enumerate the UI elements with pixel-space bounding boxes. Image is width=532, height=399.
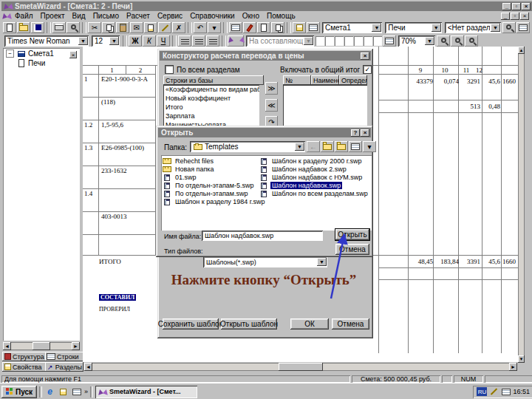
tree-hscrollbar[interactable]: ◄ ► [3, 342, 80, 350]
list-item[interactable]: «Коэффициенты по видам работ» [163, 85, 259, 94]
file-item[interactable]: Шаблон надбавок 2.swp [259, 166, 367, 173]
file-item[interactable]: По отдельн-этапам.swp [163, 190, 259, 197]
separator[interactable] [188, 22, 192, 33]
save-template-button[interactable]: Сохранить шаблон [163, 318, 219, 330]
constructor-title-bar[interactable]: Конструктор расчета перевода в цены × [160, 51, 371, 61]
separator[interactable] [287, 22, 291, 33]
filename-input[interactable] [202, 231, 323, 241]
smeta-row[interactable]: 1Е20-1-900-0-3-А [83, 74, 155, 97]
file-list[interactable]: Rehecht filesНовая папка01.swpПо отдельн… [161, 155, 372, 231]
doc-close-icon[interactable]: × [520, 13, 529, 20]
components-combo[interactable]: На составляющие ▼ [246, 35, 314, 47]
align-center-icon[interactable] [192, 35, 205, 47]
print-preview-icon[interactable] [66, 22, 80, 33]
chevron-down-icon[interactable]: ▼ [425, 37, 434, 45]
open-template-button[interactable]: Открыть шаблон [221, 318, 277, 330]
scroll-left-icon[interactable]: ◄ [84, 363, 92, 371]
column-header[interactable]: № [283, 75, 311, 85]
subsection-combo[interactable]: <Нет раздела> ▼ [445, 22, 501, 33]
close-icon[interactable]: × [361, 52, 369, 60]
smeta-row[interactable]: 403-0013 [83, 211, 155, 234]
quick-launch-icon[interactable] [58, 386, 69, 398]
refresh-icon[interactable] [516, 22, 530, 33]
copy-structure-icon[interactable] [271, 22, 284, 33]
copy-icon[interactable] [102, 22, 115, 33]
doc-minimize-icon[interactable]: _ [501, 13, 510, 20]
close-icon[interactable]: × [522, 3, 531, 10]
move-left-icon[interactable]: ≪ [265, 99, 278, 112]
undo-dropdown-icon[interactable]: ▾ [208, 22, 221, 33]
file-item[interactable]: Rehecht files [163, 157, 259, 165]
font-combo[interactable]: Times New Roman ▼ [4, 35, 89, 47]
file-item[interactable]: Новая папка [163, 166, 259, 173]
separator[interactable] [82, 22, 86, 33]
grid-icon[interactable] [307, 22, 320, 33]
chevron-down-icon[interactable]: ▼ [491, 24, 500, 32]
collapse-icon[interactable]: − [6, 50, 14, 58]
language-indicator[interactable]: RU [477, 387, 487, 396]
separator[interactable] [47, 22, 51, 33]
tab-sections[interactable]: Разделы [45, 362, 83, 372]
cancel-button[interactable]: Отмена [332, 318, 369, 330]
menu-item[interactable]: Сервис [154, 11, 186, 21]
tab-rows[interactable]: Строки [45, 352, 83, 361]
report-icon[interactable] [257, 22, 270, 33]
base-rows-header[interactable]: Строки из базы [163, 75, 264, 85]
font-size-combo[interactable]: 12 ▼ [92, 35, 120, 47]
menu-item[interactable]: Помощь [263, 11, 299, 21]
menu-item[interactable]: Письмо [89, 11, 123, 21]
tree-item-pechi[interactable]: Печи [3, 58, 80, 67]
italic-button[interactable]: К [143, 35, 156, 47]
quick-launch-more[interactable]: » [84, 388, 88, 395]
doc-restore-icon[interactable]: ▫ [511, 13, 519, 20]
align-left-icon[interactable] [178, 35, 191, 47]
move-right-icon[interactable]: ≫ [265, 82, 278, 95]
maximize-icon[interactable]: ▫ [512, 3, 521, 10]
print-icon[interactable] [52, 22, 66, 33]
filetype-combo[interactable]: Шаблоны(*.swp) ▼ [203, 256, 327, 267]
file-item[interactable]: Шаблон к разделу 2000 г.swp [259, 157, 367, 165]
menu-item[interactable]: Вид [69, 11, 89, 21]
ie-icon[interactable]: e [44, 386, 55, 398]
folder-combo[interactable]: Templates ▼ [190, 141, 305, 152]
zoom-out-icon[interactable] [451, 35, 464, 47]
include-total-checkbox[interactable]: Включать в общий итог ✓ [280, 65, 372, 74]
table-icon[interactable] [229, 22, 242, 33]
smeta-row[interactable]: 1.3Е26-0985-(100) [83, 143, 155, 166]
back-icon[interactable]: ← [307, 141, 320, 152]
tab-structure[interactable]: Структура [2, 352, 47, 361]
file-item[interactable]: 01.swp [163, 174, 259, 181]
file-item[interactable]: Шаблон к разделу 1984 г.swp [163, 198, 259, 205]
smeta-row[interactable]: 1.4 [83, 188, 155, 211]
save-icon[interactable] [31, 22, 44, 33]
help-icon[interactable]: ? [351, 129, 360, 137]
open-title-bar[interactable]: Открыть ? × [158, 128, 371, 137]
sum-cells-icon[interactable] [383, 35, 396, 47]
zoom-in-icon[interactable] [437, 35, 450, 47]
underline-button[interactable]: Ч [157, 35, 170, 47]
chevron-down-icon[interactable]: ▼ [109, 37, 119, 45]
all-sections-checkbox[interactable]: По всем разделам [165, 65, 240, 74]
doc-vscrollbar[interactable]: ▲ ▼ [518, 47, 525, 363]
close-icon[interactable]: × [361, 129, 369, 137]
tray-icon[interactable] [489, 388, 499, 396]
mail-icon[interactable]: ✉ [130, 22, 143, 33]
smeta-row[interactable]: 233-1632 [83, 166, 155, 188]
smeta-row[interactable]: 1.21,5-95,6 [83, 120, 155, 143]
checkmark-icon[interactable]: ✓ [363, 65, 372, 74]
smeta-combo[interactable]: Смета1 ▼ [322, 22, 382, 33]
tree-item-smeta[interactable]: − Смета1 [3, 48, 80, 58]
scroll-up-icon[interactable]: ▲ [518, 47, 525, 54]
wizard-butterfly-icon[interactable] [228, 35, 244, 47]
column-header[interactable]: Наименование [311, 75, 339, 85]
find-icon[interactable] [502, 22, 516, 33]
quick-launch-icon[interactable] [71, 386, 82, 398]
minimize-icon[interactable]: _ [502, 3, 511, 10]
menu-item[interactable]: Файл [11, 11, 37, 21]
file-item[interactable]: Шаблон по всем разделам.swp [259, 190, 367, 197]
separator[interactable] [223, 22, 228, 33]
scroll-thumb[interactable] [33, 342, 50, 350]
undo-icon[interactable]: ↶ [194, 22, 207, 33]
panel-close-icon[interactable]: × [69, 51, 77, 58]
file-item[interactable]: По отдельн-этапам-5.swp [163, 182, 259, 189]
